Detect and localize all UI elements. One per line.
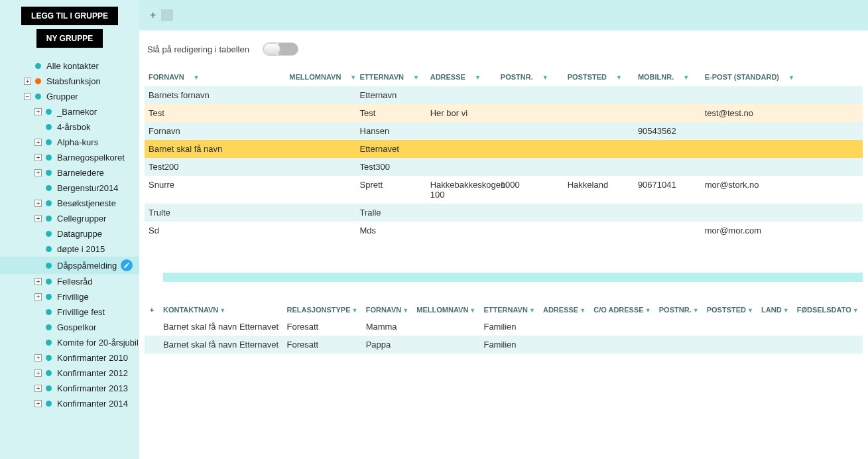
table-cell — [412, 318, 479, 336]
table-row[interactable]: Barnet skal få navn EtternavetForesattPa… — [145, 336, 863, 354]
tree-group-item[interactable]: +Frivillige — [0, 289, 139, 304]
table-cell — [564, 158, 634, 176]
table-row[interactable]: SnurreSprettHakkebakkeskogen 1001000Hakk… — [145, 176, 863, 204]
table-cell: 90543562 — [634, 122, 701, 140]
table-row[interactable]: SdMdsmor@mor.com — [145, 222, 863, 239]
column-header[interactable]: MELLOMNAVN▼ — [412, 302, 479, 318]
toggle-spacer — [34, 262, 42, 269]
tree-group-item[interactable]: +Konfirmanter 2010 — [0, 350, 139, 365]
table-row[interactable]: TrulteTralle — [145, 204, 863, 222]
column-header[interactable]: C/O ADRESSE▼ — [589, 302, 655, 318]
column-header[interactable]: ETTERNAVN▼ — [356, 68, 426, 86]
column-header[interactable]: RELASJONSTYPE▼ — [283, 302, 362, 318]
tree-group-item[interactable]: +Konfirmanter 2012 — [0, 365, 139, 381]
toggle-icon[interactable]: + — [34, 354, 42, 361]
toggle-icon[interactable]: + — [34, 385, 42, 392]
column-header[interactable]: ADRESSE▼ — [426, 68, 497, 86]
toggle-icon[interactable]: + — [24, 78, 31, 85]
tree-group-item[interactable]: +Cellegrupper — [0, 211, 139, 226]
status-dot — [35, 63, 41, 69]
tree-group-item[interactable]: Bergenstur2014 — [0, 180, 139, 196]
tree-group-item[interactable]: 4-årsbok — [0, 119, 139, 135]
tree-root-item[interactable]: Alle kontakter — [0, 58, 139, 74]
table-cell — [564, 86, 634, 104]
toggle-icon[interactable]: + — [34, 154, 42, 161]
tree-root-item[interactable]: +Stabsfunksjon — [0, 74, 139, 89]
tree-group-item[interactable]: +Barneledere — [0, 165, 139, 180]
tree-label: Stabsfunksjon — [46, 76, 101, 86]
table-cell — [703, 318, 757, 336]
tree-root-item[interactable]: −Grupper — [0, 89, 139, 104]
new-group-button[interactable]: NY GRUPPE — [36, 29, 103, 48]
table-row[interactable]: Barnets fornavnEtternavn — [145, 86, 863, 104]
tree-group-item[interactable]: +Konfirmanter 2014 — [0, 396, 139, 411]
table-row[interactable]: TestTestHer bor vitest@test.no — [145, 104, 863, 122]
tree-group-item[interactable]: Dåpspåmelding — [0, 257, 139, 274]
column-header[interactable]: FORNAVN▼ — [362, 302, 413, 318]
column-header[interactable]: E-POST (STANDARD)▼ — [701, 68, 863, 86]
tree-label: Alpha-kurs — [57, 137, 98, 147]
tree-group-item[interactable]: +_Barnekor — [0, 104, 139, 119]
add-to-group-button[interactable]: LEGG TIL I GRUPPE — [21, 7, 118, 25]
toggle-icon[interactable]: + — [34, 293, 42, 300]
column-header[interactable]: KONTAKTNAVN▼ — [159, 302, 283, 318]
column-header[interactable]: POSTSTED▼ — [564, 68, 634, 86]
toggle-icon[interactable]: + — [34, 108, 42, 115]
table-cell — [285, 176, 355, 204]
sort-arrow-icon: ▼ — [403, 307, 408, 314]
column-header[interactable]: ETTERNAVN▼ — [479, 302, 539, 318]
column-header[interactable]: MOBILNR.▼ — [634, 68, 701, 86]
column-header[interactable]: POSTNR.▼ — [497, 68, 564, 86]
table-cell — [497, 140, 564, 158]
plus-column[interactable]: + — [145, 302, 159, 318]
column-header[interactable]: POSTNR.▼ — [655, 302, 703, 318]
status-dot — [46, 170, 52, 176]
toggle-icon[interactable]: + — [34, 278, 42, 285]
tree-group-item[interactable]: Gospelkor — [0, 320, 139, 335]
tree-group-item[interactable]: +Konfirmanter 2013 — [0, 381, 139, 396]
tree-group-item[interactable]: Datagruppe — [0, 226, 139, 241]
table-cell: Etternavet — [356, 140, 426, 158]
tree-group-item[interactable]: +Barnegospelkoret — [0, 150, 139, 165]
edit-toggle-label: Slå på redigering i tabellen — [147, 44, 249, 54]
edit-switch[interactable] — [263, 42, 298, 56]
column-header[interactable]: FØDSELSDATO▼ — [793, 302, 863, 318]
column-header[interactable]: LAND▼ — [757, 302, 793, 318]
toggle-icon[interactable]: + — [34, 200, 42, 207]
sort-arrow-icon: ▼ — [783, 307, 789, 314]
plus-icon[interactable]: + — [150, 9, 156, 21]
table-cell: Test — [145, 104, 285, 122]
table-cell: Sd — [145, 222, 285, 239]
toggle-icon[interactable]: − — [24, 93, 31, 100]
sort-arrow-icon: ▼ — [853, 307, 859, 314]
toggle-icon[interactable]: + — [34, 139, 42, 146]
edit-icon[interactable] — [121, 259, 133, 271]
table-row[interactable]: Test200Test300 — [145, 158, 863, 176]
table-cell — [634, 140, 701, 158]
column-header[interactable]: POSTSTED▼ — [703, 302, 757, 318]
status-dot — [46, 355, 52, 361]
table-cell — [634, 204, 701, 222]
tree-group-item[interactable]: +Besøkstjeneste — [0, 196, 139, 211]
table-row[interactable]: FornavnHansen90543562 — [145, 122, 863, 140]
column-header[interactable]: FORNAVN▼ — [145, 68, 285, 86]
toggle-icon[interactable]: + — [34, 369, 42, 377]
table-row[interactable]: Barnet skal få navn EtternavetForesattMa… — [145, 318, 863, 336]
tree-group-item[interactable]: +Fellesråd — [0, 274, 139, 289]
table-row[interactable]: Barnet skal få navnEtternavet — [145, 140, 863, 158]
toggle-icon[interactable]: + — [34, 400, 42, 407]
tree-label: Barnegospelkoret — [57, 153, 125, 163]
toggle-icon[interactable]: + — [34, 215, 42, 222]
column-header[interactable]: ADRESSE▼ — [539, 302, 589, 318]
toggle-icon[interactable]: + — [34, 169, 42, 176]
tree-group-item[interactable]: Komite for 20-årsjubil — [0, 335, 139, 350]
table-cell: Hakkebakkeskogen 100 — [426, 176, 497, 204]
tree-group-item[interactable]: døpte i 2015 — [0, 241, 139, 257]
status-dot — [46, 309, 52, 315]
tree-group-item[interactable]: +Alpha-kurs — [0, 135, 139, 150]
column-header[interactable]: MELLOMNAVN▼ — [285, 68, 355, 86]
tree-label: Konfirmanter 2013 — [57, 383, 128, 393]
tree-group-item[interactable]: Frivillige fest — [0, 304, 139, 320]
table-cell: Barnet skal få navn — [145, 140, 285, 158]
status-dot — [46, 231, 52, 237]
